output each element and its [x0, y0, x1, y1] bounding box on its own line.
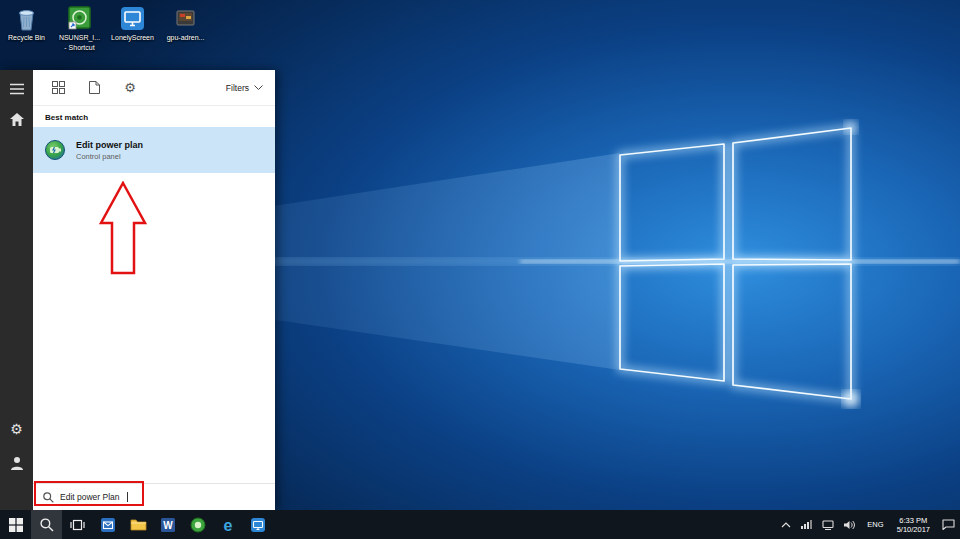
notification-bubble-icon	[942, 519, 955, 530]
flyout-body	[33, 173, 275, 483]
file-explorer-icon	[130, 517, 147, 532]
result-title: Edit power plan	[76, 140, 143, 150]
power-plan-icon	[44, 139, 66, 161]
desktop-icon-label-line2: - Shortcut	[64, 44, 94, 52]
windows-logo-icon	[9, 518, 23, 532]
home-button[interactable]	[0, 104, 33, 134]
signal-status-button[interactable]	[796, 510, 817, 539]
filters-dropdown[interactable]: Filters	[226, 83, 263, 93]
clock-date: 5/10/2017	[897, 525, 930, 534]
search-icon	[40, 518, 54, 532]
account-button[interactable]	[0, 448, 33, 478]
language-indicator[interactable]: ENG	[861, 520, 889, 529]
taskbar-app-edge[interactable]: e	[213, 510, 243, 539]
clock-time: 6:33 PM	[897, 516, 930, 525]
desktop: Recycle Bin NSUNSR_I... - Shortcut Lonel…	[0, 0, 960, 539]
lonelyscreen-icon	[119, 5, 146, 32]
system-tray: ENG 6:33 PM 5/10/2017	[776, 510, 960, 539]
chevron-up-icon	[781, 522, 791, 528]
search-icon	[43, 492, 54, 503]
menu-button[interactable]	[0, 74, 33, 104]
start-button[interactable]	[0, 510, 31, 539]
tab-apps[interactable]	[45, 75, 71, 101]
desktop-icon-lonelyscreen[interactable]: LonelyScreen	[106, 5, 159, 52]
svg-text:e: e	[224, 516, 233, 533]
edge-app-icon: e	[219, 516, 237, 534]
flyout-rail: ⚙	[0, 70, 33, 510]
desktop-icon-gpu-adrenalin[interactable]: gpu-adren...	[159, 5, 212, 52]
desktop-icon-label: NSUNSR_I...	[59, 34, 100, 42]
task-view-button[interactable]	[62, 510, 93, 539]
tab-settings[interactable]: ⚙	[117, 75, 143, 101]
start-search-flyout: ⚙	[0, 70, 275, 510]
person-icon	[10, 456, 24, 470]
result-text: Edit power plan Control panel	[76, 140, 143, 161]
taskbar-app-word[interactable]: W	[153, 510, 183, 539]
settings-button[interactable]: ⚙	[0, 414, 33, 444]
apps-grid-icon	[52, 81, 65, 94]
taskbar-app-mail[interactable]	[93, 510, 123, 539]
search-query-text: Edit power Plan	[60, 492, 120, 502]
best-match-header: Best match	[33, 106, 275, 127]
gpu-adrenalin-icon	[172, 5, 199, 32]
speaker-icon	[844, 520, 856, 530]
green-circle-app-icon	[190, 517, 206, 533]
text-caret	[127, 492, 128, 502]
search-input[interactable]: Edit power Plan	[33, 483, 275, 510]
mail-app-icon	[100, 517, 116, 533]
pinned-apps: W e	[93, 510, 273, 539]
chevron-down-icon	[254, 85, 263, 90]
home-icon	[10, 113, 24, 126]
nsunsr-shortcut-icon	[66, 5, 93, 32]
desktop-icon-label: Recycle Bin	[8, 34, 45, 42]
flyout-header: ⚙ Filters	[33, 70, 275, 106]
taskbar-app-file-explorer[interactable]	[123, 510, 153, 539]
document-icon	[89, 81, 100, 94]
ethernet-network-icon	[822, 520, 834, 530]
taskbar-search-button[interactable]	[31, 510, 62, 539]
lonelyscreen-app-icon	[250, 517, 266, 533]
network-status-button[interactable]	[817, 510, 839, 539]
taskbar-app-lonelyscreen[interactable]	[243, 510, 273, 539]
gear-icon: ⚙	[124, 81, 136, 95]
volume-button[interactable]	[839, 510, 861, 539]
filters-label: Filters	[226, 83, 249, 93]
recycle-bin-icon	[13, 5, 40, 32]
desktop-icon-area: Recycle Bin NSUNSR_I... - Shortcut Lonel…	[0, 5, 212, 52]
result-subtitle: Control panel	[76, 152, 143, 161]
word-app-icon: W	[160, 517, 176, 533]
flyout-main: ⚙ Filters Best match	[33, 70, 275, 510]
desktop-icon-label: gpu-adren...	[167, 34, 205, 42]
desktop-icon-nsunsr-shortcut[interactable]: NSUNSR_I... - Shortcut	[53, 5, 106, 52]
search-result-edit-power-plan[interactable]: Edit power plan Control panel	[33, 127, 275, 173]
desktop-icon-recycle-bin[interactable]: Recycle Bin	[0, 5, 53, 52]
hamburger-icon	[10, 83, 24, 95]
annotation-up-arrow	[88, 181, 158, 276]
taskbar-app-green-utility[interactable]	[183, 510, 213, 539]
taskbar-clock[interactable]: 6:33 PM 5/10/2017	[890, 516, 937, 534]
svg-text:W: W	[163, 520, 173, 531]
action-center-button[interactable]	[937, 510, 960, 539]
task-view-icon	[70, 519, 85, 531]
taskbar: W e	[0, 510, 960, 539]
desktop-icon-label: LonelyScreen	[111, 34, 154, 42]
tab-documents[interactable]	[81, 75, 107, 101]
signal-bars-icon	[801, 520, 812, 529]
gear-icon: ⚙	[10, 422, 23, 436]
rail-bottom-group: ⚙	[0, 414, 33, 478]
show-hidden-icons-button[interactable]	[776, 510, 796, 539]
